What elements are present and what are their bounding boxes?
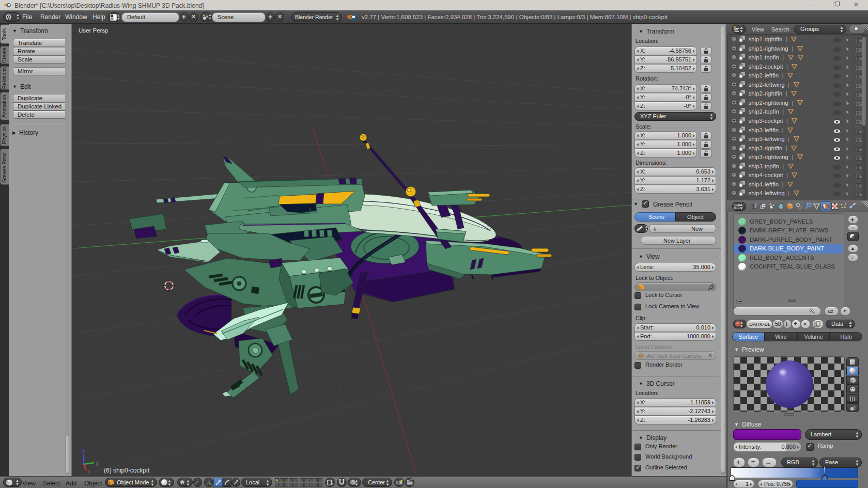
svg-text:(6) ship0-cockpit: (6) ship0-cockpit bbox=[104, 467, 150, 474]
svg-text:z: z bbox=[82, 449, 85, 454]
svg-text:y: y bbox=[96, 460, 99, 466]
svg-text:x: x bbox=[87, 469, 90, 475]
svg-text:User Persp: User Persp bbox=[79, 27, 109, 34]
